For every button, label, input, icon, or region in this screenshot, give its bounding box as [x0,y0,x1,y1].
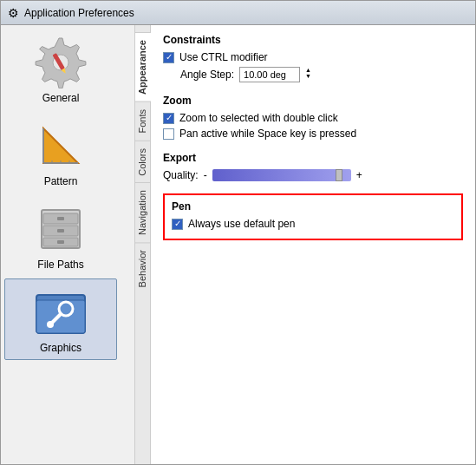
svg-point-21 [47,321,54,328]
svg-rect-14 [57,229,64,232]
sidebar-item-pattern-label: Pattern [44,175,78,187]
pan-space-label: Pan active while Space key is pressed [179,128,356,140]
sidebar-item-file-paths-label: File Paths [37,259,83,271]
zoom-double-click-checkbox[interactable]: ✓ [163,113,174,124]
zoom-title: Zoom [163,95,463,107]
vertical-tabs: Appearance Fonts Colors Navigation Behav… [135,25,151,464]
always-default-row: ✓ Always use default pen [172,218,454,230]
quality-slider[interactable] [212,169,351,181]
titlebar-icon: ⚙ [8,6,19,20]
titlebar: ⚙ Application Preferences [1,1,475,25]
use-ctrl-label: Use CTRL modifier [179,51,268,63]
general-icon [33,35,88,90]
always-default-checkbox[interactable]: ✓ [172,219,183,230]
sidebar-item-graphics-label: Graphics [40,342,82,354]
tab-fonts[interactable]: Fonts [135,102,151,141]
graphics-icon [33,285,88,340]
use-ctrl-checkmark: ✓ [166,53,173,62]
quality-plus: + [356,169,362,181]
file-paths-icon [33,201,88,257]
pan-space-row: Pan active while Space key is pressed [163,128,463,140]
zoom-double-click-checkmark: ✓ [166,114,173,122]
quality-minus: - [204,169,207,181]
quality-thumb[interactable] [336,169,342,181]
svg-marker-4 [43,128,78,163]
use-ctrl-row: ✓ Use CTRL modifier [163,51,463,63]
always-default-checkmark: ✓ [174,219,181,228]
zoom-double-click-label: Zoom to selected with double click [179,112,338,124]
sidebar-item-general-label: General [42,92,80,104]
angle-spinner[interactable]: ▲ ▼ [305,67,311,82]
angle-step-row: Angle Step: ▲ ▼ [180,67,463,82]
export-title: Export [163,152,463,164]
export-section: Export Quality: - + [163,152,463,181]
pen-title: Pen [172,200,454,213]
pattern-icon [33,118,88,174]
app-window: ⚙ Application Preferences [0,0,476,465]
pan-space-checkbox[interactable] [163,128,174,140]
spinner-down[interactable]: ▼ [305,73,311,79]
sidebar-item-pattern[interactable]: Pattern [4,112,117,193]
tab-navigation[interactable]: Navigation [135,182,151,242]
constraints-title: Constraints [163,34,463,46]
sidebar: General Pattern [1,25,135,464]
panel-content: Constraints ✓ Use CTRL modifier Angle St… [151,25,475,464]
angle-step-label: Angle Step: [180,69,234,81]
zoom-section: Zoom ✓ Zoom to selected with double clic… [163,95,463,140]
always-default-label: Always use default pen [188,218,295,230]
use-ctrl-checkbox[interactable]: ✓ [163,52,174,63]
titlebar-title: Application Preferences [24,7,134,19]
angle-step-input[interactable] [239,67,300,82]
spinner-up[interactable]: ▲ [305,67,311,73]
svg-rect-12 [57,217,64,220]
sidebar-item-file-paths[interactable]: File Paths [4,195,117,277]
content-area: General Pattern [1,25,475,464]
tab-colors[interactable]: Colors [135,141,151,183]
tab-appearance[interactable]: Appearance [135,32,151,102]
svg-rect-16 [57,240,64,244]
constraints-section: Constraints ✓ Use CTRL modifier Angle St… [163,34,463,82]
tab-behavior[interactable]: Behavior [135,242,151,294]
quality-row: Quality: - + [163,169,463,181]
sidebar-item-general[interactable]: General [4,29,117,110]
sidebar-item-graphics[interactable]: Graphics [4,278,117,360]
pen-section: Pen ✓ Always use default pen [163,193,463,240]
main-area: Appearance Fonts Colors Navigation Behav… [135,25,475,464]
quality-label: Quality: [163,169,199,181]
zoom-double-click-row: ✓ Zoom to selected with double click [163,112,463,124]
